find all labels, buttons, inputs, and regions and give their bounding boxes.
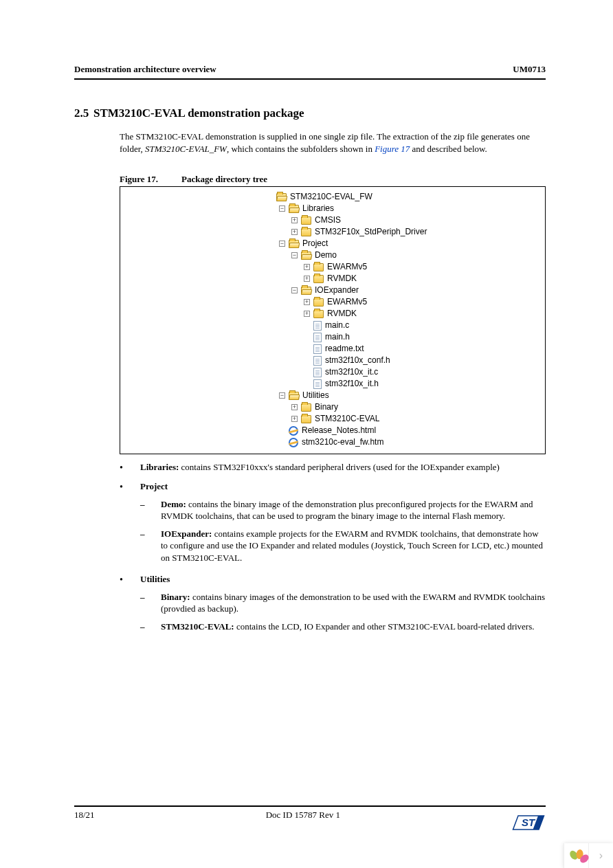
folder-icon bbox=[313, 298, 324, 307]
tree-file: readme.txt bbox=[265, 343, 538, 355]
dash-item: – Binary: contains binary images of the … bbox=[140, 591, 546, 615]
page-footer: 18/21 Doc ID 15787 Rev 1 bbox=[74, 805, 546, 821]
folder-icon bbox=[301, 403, 311, 412]
tree-folder: +EWARMv5 bbox=[265, 296, 538, 308]
section-title: STM3210C-EVAL demonstration package bbox=[93, 106, 546, 122]
collapse-icon[interactable]: − bbox=[279, 241, 285, 247]
section-number: 2.5 bbox=[74, 106, 93, 122]
tree-file: main.h bbox=[265, 331, 538, 343]
folder-icon bbox=[313, 310, 324, 318]
dash-title: IOExpander: bbox=[161, 528, 212, 539]
dash-item: – STM3210C-EVAL: contains the LCD, IO Ex… bbox=[140, 621, 546, 633]
folder-open-icon bbox=[301, 287, 311, 295]
file-icon bbox=[313, 344, 322, 354]
tree-file: stm32f10x_it.c bbox=[265, 366, 538, 378]
st-logo: ST bbox=[511, 812, 546, 834]
tree-folder: −Demo bbox=[265, 249, 538, 261]
folder-icon bbox=[313, 275, 324, 283]
tree-folder: +RVMDK bbox=[265, 308, 538, 320]
bullet-dot: • bbox=[120, 461, 140, 475]
folder-open-icon bbox=[289, 240, 299, 248]
bullet-item: • Libraries: contains STM32F10xxx's stan… bbox=[120, 461, 546, 475]
folder-open-icon bbox=[289, 392, 299, 400]
figure-caption: Figure 17. Package directory tree bbox=[120, 173, 546, 186]
tree-file: stm32f10x_conf.h bbox=[265, 355, 538, 366]
dash-item: – IOExpander: contains example projects … bbox=[140, 528, 546, 564]
expand-icon[interactable]: + bbox=[291, 404, 298, 410]
tree-root: STM3210C-EVAL_FW bbox=[265, 191, 538, 203]
tree-folder: +CMSIS bbox=[265, 214, 538, 226]
expand-icon[interactable]: + bbox=[291, 229, 298, 235]
tree-folder: −Libraries bbox=[265, 203, 538, 214]
file-icon bbox=[313, 321, 322, 331]
ie-icon bbox=[289, 426, 298, 436]
tree-file: main.c bbox=[265, 320, 538, 331]
bullet-title: Utilities bbox=[140, 573, 546, 586]
tree-folder: +EWARMv5 bbox=[265, 261, 538, 273]
folder-name-italic: STM3210C-EVAL_FW bbox=[145, 144, 227, 154]
footer-doc-id: Doc ID 15787 Rev 1 bbox=[95, 809, 511, 821]
page-number: 18/21 bbox=[74, 809, 95, 821]
collapse-icon[interactable]: − bbox=[279, 392, 285, 399]
expand-icon[interactable]: + bbox=[304, 311, 310, 317]
dash-marker: – bbox=[140, 528, 161, 564]
file-icon bbox=[313, 356, 322, 366]
bullet-title: Libraries: bbox=[140, 462, 179, 472]
tree-folder: −Utilities bbox=[265, 390, 538, 401]
header-doc-id: UM0713 bbox=[513, 63, 546, 76]
ie-icon bbox=[289, 438, 298, 447]
folder-icon bbox=[301, 415, 311, 423]
folder-icon bbox=[313, 263, 324, 271]
figure-number: Figure 17. bbox=[120, 173, 181, 186]
folder-open-icon bbox=[276, 193, 287, 201]
bullet-dot: • bbox=[120, 573, 140, 636]
folder-open-icon bbox=[289, 205, 299, 213]
file-icon bbox=[313, 333, 322, 342]
dash-title: Demo: bbox=[161, 499, 186, 509]
expand-icon[interactable]: + bbox=[291, 217, 298, 223]
tree-file-html: stm3210c-eval_fw.htm bbox=[265, 436, 538, 448]
bullet-list: • Libraries: contains STM32F10xxx's stan… bbox=[120, 461, 546, 636]
tree-file: stm32f10x_it.h bbox=[265, 378, 538, 390]
section-body: The STM3210C-EVAL demonstration is suppl… bbox=[120, 131, 546, 636]
dash-title: Binary: bbox=[161, 592, 190, 602]
section-heading: 2.5 STM3210C-EVAL demonstration package bbox=[74, 106, 546, 122]
collapse-icon[interactable]: − bbox=[279, 205, 285, 212]
bullet-item: • Utilities – Binary: contains binary im… bbox=[120, 573, 546, 636]
dash-marker: – bbox=[140, 498, 161, 522]
bullet-item: • Project – Demo: contains the binary im… bbox=[120, 480, 546, 568]
expand-icon[interactable]: + bbox=[304, 276, 310, 282]
tree-file-html: Release_Notes.html bbox=[265, 425, 538, 436]
dash-title: STM3210C-EVAL: bbox=[161, 621, 234, 632]
folder-icon bbox=[301, 228, 311, 236]
tree-folder: +RVMDK bbox=[265, 273, 538, 285]
folder-open-icon bbox=[301, 252, 311, 260]
dash-item: – Demo: contains the binary image of the… bbox=[140, 498, 546, 522]
bullet-title: Project bbox=[140, 480, 546, 493]
tree-folder: −Project bbox=[265, 238, 538, 249]
page-header: Demonstration architecture overview UM07… bbox=[74, 63, 546, 80]
folder-icon bbox=[301, 216, 311, 225]
viewer-logo-button[interactable] bbox=[564, 843, 588, 868]
tree-folder: −IOExpander bbox=[265, 285, 538, 296]
figure-title: Package directory tree bbox=[181, 173, 267, 186]
flower-icon bbox=[568, 847, 586, 865]
expand-icon[interactable]: + bbox=[291, 416, 298, 422]
collapse-icon[interactable]: − bbox=[291, 287, 298, 293]
header-title-left: Demonstration architecture overview bbox=[74, 63, 216, 76]
dash-marker: – bbox=[140, 591, 161, 615]
file-icon bbox=[313, 379, 322, 389]
chevron-right-icon: › bbox=[599, 848, 603, 863]
expand-icon[interactable]: + bbox=[304, 299, 310, 305]
collapse-icon[interactable]: − bbox=[291, 252, 298, 258]
figure-reference-link[interactable]: Figure 17 bbox=[375, 144, 410, 154]
tree-folder: +STM3210C-EVAL bbox=[265, 413, 538, 425]
expand-icon[interactable]: + bbox=[304, 264, 310, 270]
bullet-dot: • bbox=[120, 480, 140, 568]
svg-text:ST: ST bbox=[522, 816, 536, 828]
tree-folder: +STM32F10x_StdPeriph_Driver bbox=[265, 226, 538, 238]
next-page-button[interactable]: › bbox=[588, 843, 613, 868]
dash-marker: – bbox=[140, 621, 161, 633]
directory-tree-figure: STM3210C-EVAL_FW −Libraries +CMSIS +STM3… bbox=[120, 186, 546, 454]
intro-paragraph: The STM3210C-EVAL demonstration is suppl… bbox=[120, 131, 546, 155]
